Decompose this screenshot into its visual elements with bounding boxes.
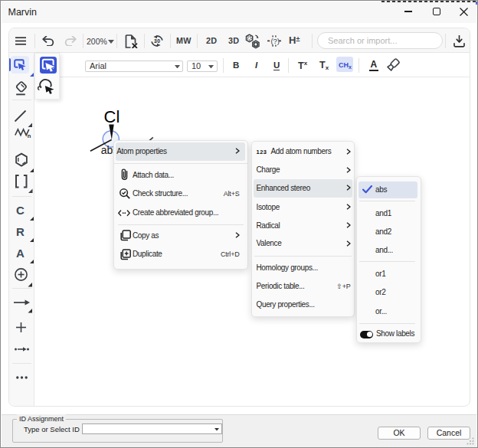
svg-text:Cl: Cl [104,107,120,126]
